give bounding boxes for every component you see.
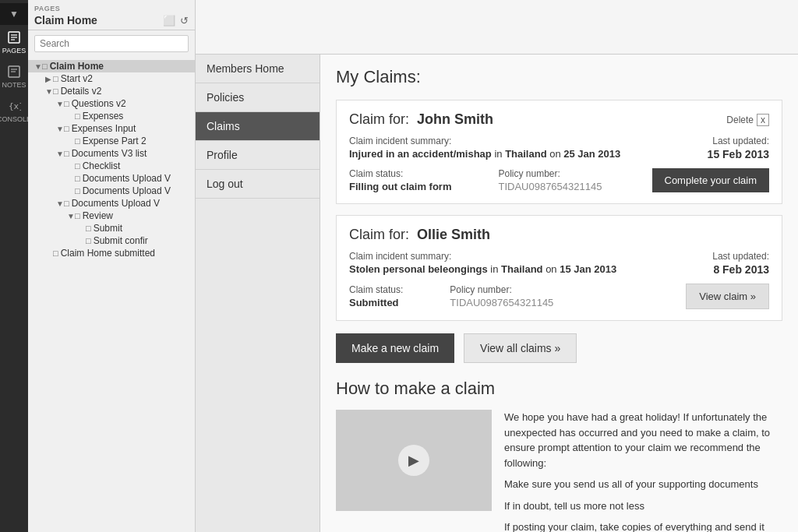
policy-value-2: TIDAU0987654321145: [450, 297, 553, 308]
nav-claims-label: Claims: [207, 120, 240, 132]
claim-for-title-2: Claim for: Ollie Smith: [349, 227, 490, 243]
tree-item-expenses-input[interactable]: ▼ □ Expenses Input: [28, 122, 195, 135]
make-new-claim-button[interactable]: Make a new claim: [336, 333, 454, 363]
tree-item-expense-part2[interactable]: □ Expense Part 2: [28, 135, 195, 147]
tree-item-review[interactable]: ▼ □ Review: [28, 210, 195, 222]
delete-button-1[interactable]: Delete x: [726, 114, 769, 126]
tree-item-docs-upload-3[interactable]: ▼ □ Documents Upload V: [28, 197, 195, 210]
toolbar-console[interactable]: {x} CONSOLE: [0, 93, 28, 128]
tree-item-label: Claim Home: [50, 61, 104, 72]
toolbar-chevron[interactable]: ▼: [0, 3, 28, 25]
tree-item-documents-v3[interactable]: ▼ □ Documents V3 list: [28, 147, 195, 160]
tree-item-submit-confirm[interactable]: □ Submit confir: [28, 234, 195, 247]
nav-profile-label: Profile: [207, 149, 238, 161]
toolbar-notes[interactable]: NOTES: [0, 59, 28, 93]
tree-item-label: Expenses: [83, 111, 124, 122]
pages-icon: [6, 30, 22, 45]
tree-item-details-v2[interactable]: ▼ □ Details v2: [28, 85, 195, 97]
view-claim-button-2[interactable]: View claim »: [686, 284, 769, 309]
policy-value-1: TIDAU0987654321145: [498, 181, 602, 192]
page-title: My Claims:: [336, 67, 782, 87]
claim-for-title-1: Claim for: John Smith: [349, 111, 493, 128]
tree-arrow: ▼: [67, 212, 75, 220]
incident-value-1: Injured in an accident/mishap in Thailan…: [349, 148, 676, 160]
tree-item-expenses[interactable]: □ Expenses: [28, 110, 195, 122]
status-label-1: Claim status:: [349, 168, 451, 179]
status-value-1: Filling out claim form: [349, 181, 451, 192]
tree-item-label: Claim Home submitted: [61, 248, 155, 259]
delete-label-1: Delete: [726, 115, 754, 125]
tree-item-checklist[interactable]: □ Checklist: [28, 160, 195, 172]
page-icon: □: [53, 86, 58, 96]
tree-arrow: ▼: [56, 150, 64, 158]
nav-policies[interactable]: Policies: [196, 83, 320, 112]
nav-menu: Members Home Policies Claims Profile Log…: [196, 55, 320, 532]
incident-highlight-1: Injured in an accident/mishap: [349, 148, 492, 160]
policy-label-2: Policy number:: [450, 284, 553, 295]
nav-logout-label: Log out: [207, 178, 243, 190]
toolbar-pages-label: PAGES: [2, 47, 26, 55]
console-icon: {x}: [6, 98, 22, 114]
pages-panel: PAGES Claim Home ⬜ ↺ ▼ □ Claim Home ▶ □ …: [28, 0, 196, 532]
tree-item-label: Documents V3 list: [72, 148, 147, 159]
how-to-tip-2: If in doubt, tell us more not less: [504, 499, 782, 514]
tree-item-docs-upload-2[interactable]: □ Documents Upload V: [28, 185, 195, 197]
page-icon: □: [75, 211, 80, 220]
incident-date-2: 15 Jan 2013: [560, 263, 616, 275]
incident-value-2: Stolen personal beleongings in Thailand …: [349, 263, 676, 275]
incident-location-2: Thailand: [501, 263, 542, 275]
claim-card-1: Claim for: John Smith Delete x Claim inc…: [336, 100, 782, 204]
content-row: Members Home Policies Claims Profile Log…: [196, 55, 798, 532]
tree-item-claim-home[interactable]: ▼ □ Claim Home: [28, 60, 195, 72]
pages-title-actions: ⬜ ↺: [163, 15, 189, 26]
nav-profile[interactable]: Profile: [196, 141, 320, 170]
notes-icon: [6, 64, 22, 79]
tree-item-label: Start v2: [61, 73, 93, 84]
page-icon: □: [86, 236, 91, 245]
status-value-2: Submitted: [349, 297, 403, 308]
tree-item-submit[interactable]: □ Submit: [28, 222, 195, 234]
delete-x-1[interactable]: x: [757, 114, 769, 126]
tree-item-docs-upload-1[interactable]: □ Documents Upload V: [28, 172, 195, 185]
how-to-intro: We hope you have had a great holiday! If…: [504, 410, 782, 470]
tree-item-label: Questions v2: [72, 98, 126, 109]
incident-label-1: Claim incident summary:: [349, 136, 676, 146]
export-icon[interactable]: ⬜: [163, 15, 175, 26]
complete-claim-button-1[interactable]: Complete your claim: [652, 168, 770, 192]
tree-item-questions-v2[interactable]: ▼ □ Questions v2: [28, 97, 195, 110]
claim-for-label-2: Claim for:: [349, 227, 409, 242]
how-to-section: How to make a claim ▶ We hope you have h…: [336, 379, 782, 532]
tree-arrow: ▼: [45, 87, 53, 96]
tree-item-label: Documents Upload V: [83, 185, 171, 196]
page-icon: □: [75, 136, 80, 146]
page-icon: □: [64, 124, 69, 133]
nav-members-home[interactable]: Members Home: [196, 55, 320, 83]
claim-for-label-1: Claim for:: [349, 111, 409, 127]
page-icon: □: [75, 186, 80, 196]
last-updated-label-1: Last updated:: [676, 136, 769, 146]
search-input[interactable]: [34, 35, 189, 52]
claimant-name-2: Ollie Smith: [417, 227, 490, 242]
actions-row: Make a new claim View all claims »: [336, 333, 782, 363]
tree-arrow: ▼: [56, 100, 64, 108]
view-all-claims-button[interactable]: View all claims »: [464, 333, 577, 363]
tree-item-claim-home-submitted[interactable]: □ Claim Home submitted: [28, 247, 195, 259]
claim-card-2: Claim for: Ollie Smith Claim incident su…: [336, 215, 782, 321]
toolbar-pages[interactable]: PAGES: [0, 25, 28, 59]
toolbar-console-label: CONSOLE: [0, 115, 31, 123]
page-icon: □: [53, 74, 58, 83]
nav-claims[interactable]: Claims: [196, 112, 320, 141]
tree-item-start-v2[interactable]: ▶ □ Start v2: [28, 72, 195, 85]
how-to-text: We hope you have had a great holiday! If…: [504, 410, 782, 532]
video-placeholder[interactable]: ▶: [336, 410, 492, 511]
refresh-icon[interactable]: ↺: [180, 15, 189, 26]
pages-header: PAGES Claim Home ⬜ ↺: [28, 0, 195, 30]
tree-arrow: ▶: [45, 75, 53, 83]
tree-item-label: Review: [83, 210, 113, 221]
page-icon: □: [42, 62, 48, 71]
pages-title: Claim Home: [34, 14, 97, 26]
tree-item-label: Checklist: [83, 160, 121, 171]
incident-location-1: Thailand: [505, 148, 546, 160]
incident-date-1: 25 Jan 2013: [563, 148, 620, 160]
nav-logout[interactable]: Log out: [196, 170, 320, 199]
